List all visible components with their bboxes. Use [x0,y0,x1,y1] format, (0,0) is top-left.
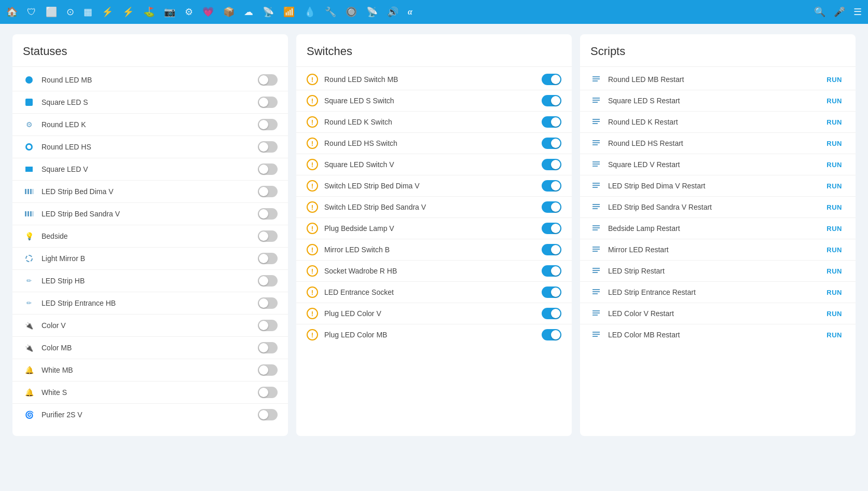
switch-toggle-square-led-s-switch[interactable] [542,95,561,106]
switch-toggle-round-led-switch-mb[interactable] [542,74,561,85]
status-toggle-round-led-k[interactable] [258,119,278,130]
svg-rect-13 [593,163,600,165]
status-toggle-purifier-2s-v[interactable] [258,409,278,420]
switch-toggle-plug-led-color-v[interactable] [542,308,561,319]
script-run-btn-round-led-hs-restart[interactable]: RUN [823,139,845,148]
nav-speaker-icon[interactable]: 🔊 [387,6,398,18]
status-toggle-light-mirror-b[interactable] [258,253,278,264]
nav-signal-icon[interactable]: 📶 [283,6,295,18]
switch-toggle-plug-led-color-mb[interactable] [542,329,561,340]
status-toggle-led-strip-bed-sandra-v[interactable] [258,208,278,220]
nav-cloud-icon[interactable]: ☁ [244,6,253,18]
switch-label-led-entrance-socket: LED Entrance Socket [324,288,535,296]
nav-search-icon[interactable]: 🔍 [814,6,825,18]
script-run-btn-led-strip-restart[interactable]: RUN [823,266,845,276]
status-toggle-bedside[interactable] [258,230,278,242]
status-icon-white-s: 🔔 [23,386,35,399]
script-run-btn-led-color-v-restart[interactable]: RUN [823,309,845,319]
nav-mic-icon[interactable]: 🎤 [834,6,845,18]
nav-box-icon[interactable]: 📦 [223,6,235,18]
script-run-btn-square-led-s-restart[interactable]: RUN [823,96,845,106]
script-icon-7 [590,223,602,234]
status-row-white-s: 🔔 White S [12,381,288,404]
status-toggle-led-strip-bed-dima-v[interactable] [258,186,278,197]
nav-filter-icon[interactable]: ⚡ [102,6,113,18]
switch-toggle-switch-led-strip-bed-dima-v[interactable] [542,180,561,192]
switch-warning-icon-7: ! [307,223,318,234]
scripts-panel: Scripts Round LED MB Restart RUN Square … [580,34,856,436]
status-icon-led-strip-bed-dima-v [23,185,35,198]
status-toggle-round-led-hs[interactable] [258,141,278,153]
script-run-btn-led-color-mb-restart[interactable]: RUN [823,330,845,340]
script-icon-10 [590,287,602,298]
switch-toggle-plug-bedside-lamp-v[interactable] [542,223,561,234]
nav-camera-icon[interactable]: 📷 [164,6,175,18]
status-label-purifier-2s-v: Purifier 2S V [42,411,252,419]
switch-toggle-mirror-led-switch-b[interactable] [542,244,561,255]
script-run-btn-square-led-v-restart[interactable]: RUN [823,160,845,170]
script-label-led-strip-entrance-restart: LED Strip Entrance Restart [608,288,817,296]
status-row-light-mirror-b: Light Mirror B [12,248,288,270]
status-toggle-color-mb[interactable] [258,342,278,353]
nav-menu-icon[interactable]: ☰ [853,6,862,18]
script-run-btn-round-led-k-restart[interactable]: RUN [823,117,845,127]
switch-row-plug-led-color-v: ! Plug LED Color V [296,303,572,324]
nav-circle-icon[interactable]: ⊙ [66,6,74,18]
nav-lightning-icon[interactable]: ⚡ [122,6,134,18]
status-label-led-strip-bed-sandra-v: LED Strip Bed Sandra V [42,210,252,218]
svg-rect-24 [593,247,600,248]
switch-toggle-square-led-switch-v[interactable] [542,159,561,170]
nav-tool-icon[interactable]: 🔧 [325,6,336,18]
switch-toggle-round-led-hs-switch[interactable] [542,138,561,149]
script-run-btn-round-led-mb-restart[interactable]: RUN [823,75,845,85]
scripts-title: Scripts [580,45,856,67]
status-toggle-white-s[interactable] [258,387,278,398]
status-toggle-white-mb[interactable] [258,364,278,376]
script-row-led-color-v-restart: LED Color V Restart RUN [580,303,856,324]
nav-home-icon[interactable]: 🏠 [6,6,18,18]
top-navigation: 🏠 🛡 ⬜ ⊙ ▦ ⚡ ⚡ ⛳ 📷 ⚙ 💗 📦 ☁ 📡 📶 💧 🔧 🔘 📡 🔊 … [0,0,868,24]
script-run-btn-led-strip-entrance-restart[interactable]: RUN [823,288,845,297]
nav-gear-icon[interactable]: ⚙ [185,6,193,18]
status-toggle-square-led-s[interactable] [258,97,278,108]
script-run-btn-led-strip-bed-dima-v-restart[interactable]: RUN [823,181,845,191]
nav-health-icon[interactable]: 💗 [202,6,214,18]
status-toggle-led-strip-hb[interactable] [258,275,278,287]
svg-rect-32 [593,293,598,294]
nav-radar-icon[interactable]: 📡 [366,6,378,18]
svg-rect-38 [593,336,598,337]
switch-row-round-led-hs-switch: ! Round LED HS Switch [296,133,572,154]
status-icon-round-led-mb [23,74,35,86]
status-toggle-led-strip-entrance-hb[interactable] [258,297,278,309]
script-label-mirror-led-restart: Mirror LED Restart [608,246,817,254]
nav-flag-icon[interactable]: ⛳ [143,6,155,18]
nav-shield-icon[interactable]: 🛡 [27,7,36,18]
script-run-btn-led-strip-bed-sandra-v-restart[interactable]: RUN [823,202,845,212]
svg-rect-16 [593,185,600,186]
switch-toggle-round-led-k-switch[interactable] [542,116,561,128]
status-label-led-strip-bed-dima-v: LED Strip Bed Dima V [42,187,252,196]
script-label-led-color-mb-restart: LED Color MB Restart [608,331,817,339]
script-run-btn-bedside-lamp-restart[interactable]: RUN [823,224,845,234]
svg-rect-35 [593,315,598,316]
switch-toggle-led-entrance-socket[interactable] [542,287,561,298]
status-toggle-square-led-v[interactable] [258,163,278,175]
script-run-btn-mirror-led-restart[interactable]: RUN [823,245,845,255]
status-icon-led-strip-entrance-hb: ✏ [23,297,35,309]
switch-warning-icon-9: ! [307,265,318,277]
status-label-round-led-k: Round LED K [42,120,252,129]
switch-toggle-socket-wadrobe-r-hb[interactable] [542,265,561,277]
script-row-led-color-mb-restart: LED Color MB Restart RUN [580,324,856,345]
nav-antenna-icon[interactable]: 📡 [263,6,274,18]
nav-alpha-icon[interactable]: α [408,7,412,17]
nav-drop-icon[interactable]: 💧 [304,6,315,18]
nav-grid-icon[interactable]: ▦ [84,6,92,18]
nav-square-icon[interactable]: ⬜ [46,6,57,18]
script-icon-4 [590,159,602,170]
script-icon-11 [590,308,602,319]
nav-target-icon[interactable]: 🔘 [346,6,357,18]
switch-toggle-switch-led-strip-bed-sandra-v[interactable] [542,201,561,213]
status-toggle-round-led-mb[interactable] [258,74,278,86]
status-toggle-color-v[interactable] [258,320,278,331]
script-icon-12 [590,329,602,340]
